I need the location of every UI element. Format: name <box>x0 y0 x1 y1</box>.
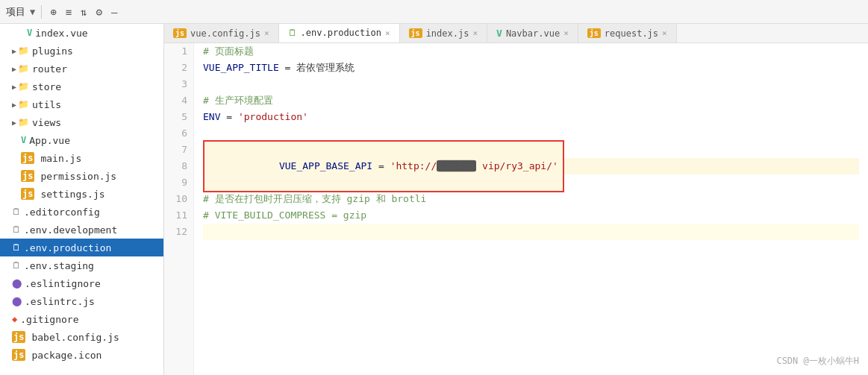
sidebar-item-eslintignore[interactable]: ⬤ .eslintignore <box>0 274 163 292</box>
settings-icon[interactable]: ⚙ <box>94 4 104 19</box>
js-tab-icon: js <box>173 28 187 38</box>
env-tab-icon: 🗒 <box>288 28 297 38</box>
code-line-10: # 是否在打包时开启压缩，支持 gzip 和 brotli <box>203 191 859 207</box>
js-icon: js <box>21 170 34 182</box>
tab-bar: js vue.config.js × 🗒 .env.production × j… <box>164 24 868 43</box>
code-line-3 <box>203 76 859 92</box>
sidebar-item-settings-js[interactable]: js settings.js <box>0 185 163 203</box>
code-line-6 <box>203 125 859 142</box>
tab-request-js[interactable]: js request.js × <box>578 24 677 42</box>
project-section: 项目 ▼ <box>6 5 42 19</box>
tab-close-vue-config[interactable]: × <box>264 28 269 38</box>
git-icon: ◆ <box>12 314 17 324</box>
js-icon: js <box>21 188 34 200</box>
js-icon: js <box>12 331 25 343</box>
list-icon[interactable]: ≡ <box>63 4 74 19</box>
tab-env-production[interactable]: 🗒 .env.production × <box>279 24 400 43</box>
tab-vue-config[interactable]: js vue.config.js × <box>164 24 279 42</box>
arrow-icon: ▶ <box>12 101 16 109</box>
file-icon: 🗒 <box>12 242 21 253</box>
folder-icon: 📁 <box>18 63 29 74</box>
sidebar-item-gitignore[interactable]: ◆ .gitignore <box>0 310 163 328</box>
sidebar-item-plugins[interactable]: ▶ 📁 plugins <box>0 42 163 60</box>
folder-icon: 📁 <box>18 81 29 92</box>
toolbar: 项目 ▼ ⊕ ≡ ⇅ ⚙ — <box>0 0 868 24</box>
sidebar-item-permission-js[interactable]: js permission.js <box>0 167 163 185</box>
file-icon: 🗒 <box>12 260 21 271</box>
project-label: 项目 <box>6 5 25 19</box>
code-line-11: # VITE_BUILD_COMPRESS = gzip <box>203 207 859 224</box>
watermark: CSDN @一枚小蜗牛H <box>776 355 859 368</box>
sidebar-item-env-staging[interactable]: 🗒 .env.staging <box>0 256 163 274</box>
tab-close-index-js[interactable]: × <box>472 28 478 38</box>
sidebar-item-package-json[interactable]: js package.icon <box>0 346 163 364</box>
code-line-4: # 生产环境配置 <box>203 92 859 109</box>
add-icon[interactable]: ⊕ <box>48 4 58 19</box>
editor-container: js vue.config.js × 🗒 .env.production × j… <box>164 24 868 375</box>
tab-close-navbar-vue[interactable]: × <box>563 28 569 38</box>
sidebar-item-utils[interactable]: ▶ 📁 utils <box>0 95 163 113</box>
arrow-icon: ▶ <box>12 83 16 91</box>
tab-navbar-vue[interactable]: V Navbar.vue × <box>487 24 578 42</box>
sidebar-item-env-production[interactable]: 🗒 .env.production <box>0 239 163 256</box>
code-line-12 <box>203 224 859 240</box>
arrow-icon: ▶ <box>12 47 16 55</box>
sidebar-item-store[interactable]: ▶ 📁 store <box>0 78 163 95</box>
project-dropdown-arrow[interactable]: ▼ <box>30 7 35 17</box>
line-numbers: 1 2 3 4 5 6 7 8 9 10 11 12 <box>164 43 194 375</box>
tab-close-request-js[interactable]: × <box>662 28 667 38</box>
folder-icon: 📁 <box>18 99 29 110</box>
sidebar: V index.vue ▶ 📁 plugins ▶ 📁 router ▶ 📁 s… <box>0 24 164 375</box>
js-tab-icon: js <box>587 28 601 38</box>
file-icon: 🗒 <box>12 207 21 217</box>
code-line-5: ENV = 'production' <box>203 109 859 125</box>
sidebar-item-views[interactable]: ▶ 📁 views <box>0 113 163 131</box>
vue-tab-icon: V <box>496 28 502 39</box>
eslint-icon: ⬤ <box>12 278 22 289</box>
sidebar-item-editorconfig[interactable]: 🗒 .editorconfig <box>0 203 163 221</box>
js-tab-icon: js <box>409 28 422 38</box>
js-icon: js <box>21 152 34 164</box>
folder-icon: 📁 <box>18 45 29 56</box>
sidebar-item-router[interactable]: ▶ 📁 router <box>0 60 163 78</box>
tab-close-env-production[interactable]: × <box>385 28 390 38</box>
file-icon: 🗒 <box>12 224 21 235</box>
code-line-2: VUE_APP_TITLE = 若依管理系统 <box>203 60 859 76</box>
sidebar-item-app-vue[interactable]: V App.vue <box>0 131 163 149</box>
collapse-icon[interactable]: — <box>109 4 119 19</box>
toolbar-actions: ⊕ ≡ ⇅ ⚙ — <box>48 4 125 19</box>
code-area[interactable]: # 页面标题 VUE_APP_TITLE = 若依管理系统 # 生产环境配置 E… <box>194 43 868 375</box>
editor-content: 1 2 3 4 5 6 7 8 9 10 11 12 # 页面标题 <box>164 43 868 375</box>
folder-icon: 📁 <box>18 117 29 127</box>
sidebar-item-env-development[interactable]: 🗒 .env.development <box>0 221 163 239</box>
sort-icon[interactable]: ⇅ <box>78 4 89 19</box>
js-icon: js <box>12 349 25 361</box>
tab-index-js[interactable]: js index.js × <box>400 24 487 42</box>
main-layout: V index.vue ▶ 📁 plugins ▶ 📁 router ▶ 📁 s… <box>0 24 868 375</box>
sidebar-item-babel-config[interactable]: js babel.config.js <box>0 328 163 346</box>
sidebar-item-eslintrc[interactable]: ⬤ .eslintrc.js <box>0 292 163 310</box>
code-line-8: VUE_APP_BASE_API = 'http://██████ vip/ry… <box>203 158 859 174</box>
sidebar-item-main-js[interactable]: js main.js <box>0 149 163 167</box>
sidebar-item-index-vue[interactable]: V index.vue <box>0 24 163 42</box>
vue-icon: V <box>21 135 26 145</box>
vue-icon: V <box>27 28 32 38</box>
arrow-icon: ▶ <box>12 65 16 73</box>
eslint-icon: ⬤ <box>12 296 22 306</box>
code-line-1: # 页面标题 <box>203 43 859 60</box>
arrow-icon: ▶ <box>12 119 16 127</box>
